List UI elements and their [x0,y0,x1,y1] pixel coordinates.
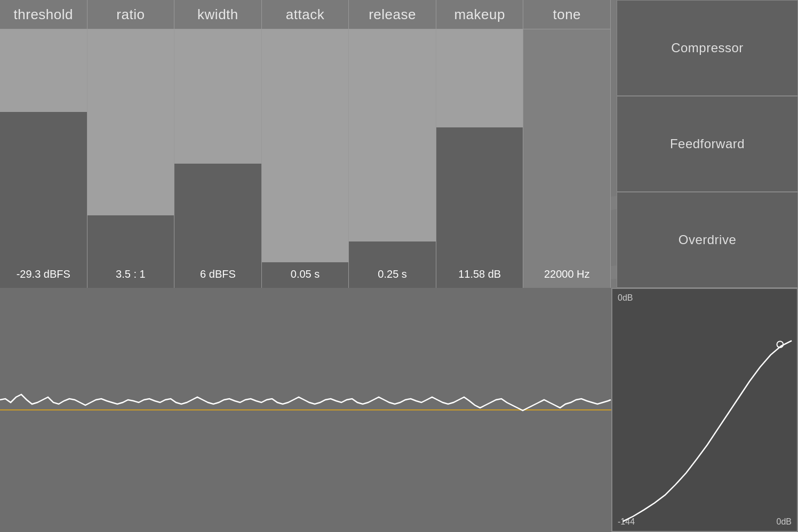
right-panel: CompressorFeedforwardOverdrive [617,0,798,288]
threshold-track[interactable]: -29.3 dBFS [0,29,87,288]
gr-curve-svg [612,289,797,531]
kwidth-label: kwidth [174,0,261,29]
tone-track[interactable]: 22000 Hz [523,29,610,288]
ratio-track[interactable]: 3.5 : 1 [87,29,174,288]
makeup-track[interactable]: 11.58 dB [436,29,523,288]
waveform-svg [0,288,611,532]
waveform-display [0,288,611,532]
slider-col-attack[interactable]: attack0.05 s [262,0,349,288]
ratio-label: ratio [87,0,174,29]
makeup-label: makeup [436,0,523,29]
threshold-fill [0,112,87,288]
gr-panel: 0dB -144 0dB [611,288,798,532]
attack-value: 0.05 s [262,268,349,280]
release-track[interactable]: 0.25 s [349,29,436,288]
controls-wrapper: threshold-29.3 dBFSratio3.5 : 1kwidth6 d… [0,0,798,288]
attack-label: attack [262,0,349,29]
tone-fill [523,29,610,288]
bottom-section: 0dB -144 0dB [0,288,798,532]
makeup-value: 11.58 dB [436,268,523,280]
kwidth-track[interactable]: 6 dBFS [174,29,261,288]
slider-col-tone[interactable]: tone22000 Hz [523,0,611,288]
threshold-label: threshold [0,0,87,29]
slider-col-threshold[interactable]: threshold-29.3 dBFS [0,0,87,288]
kwidth-value: 6 dBFS [174,268,261,280]
sliders-section: threshold-29.3 dBFSratio3.5 : 1kwidth6 d… [0,0,611,288]
tone-label: tone [523,0,610,29]
slider-col-release[interactable]: release0.25 s [349,0,436,288]
slider-col-makeup[interactable]: makeup11.58 dB [436,0,524,288]
mode-button-compressor[interactable]: Compressor [617,0,798,96]
release-fill [349,241,436,288]
threshold-value: -29.3 dBFS [0,268,87,280]
ratio-value: 3.5 : 1 [87,268,174,280]
release-value: 0.25 s [349,268,436,280]
mode-button-overdrive[interactable]: Overdrive [617,192,798,288]
release-label: release [349,0,436,29]
makeup-fill [436,127,523,288]
tone-value: 22000 Hz [523,268,610,280]
slider-col-ratio[interactable]: ratio3.5 : 1 [87,0,175,288]
slider-col-kwidth[interactable]: kwidth6 dBFS [174,0,262,288]
mode-button-feedforward[interactable]: Feedforward [617,96,798,192]
attack-track[interactable]: 0.05 s [262,29,349,288]
